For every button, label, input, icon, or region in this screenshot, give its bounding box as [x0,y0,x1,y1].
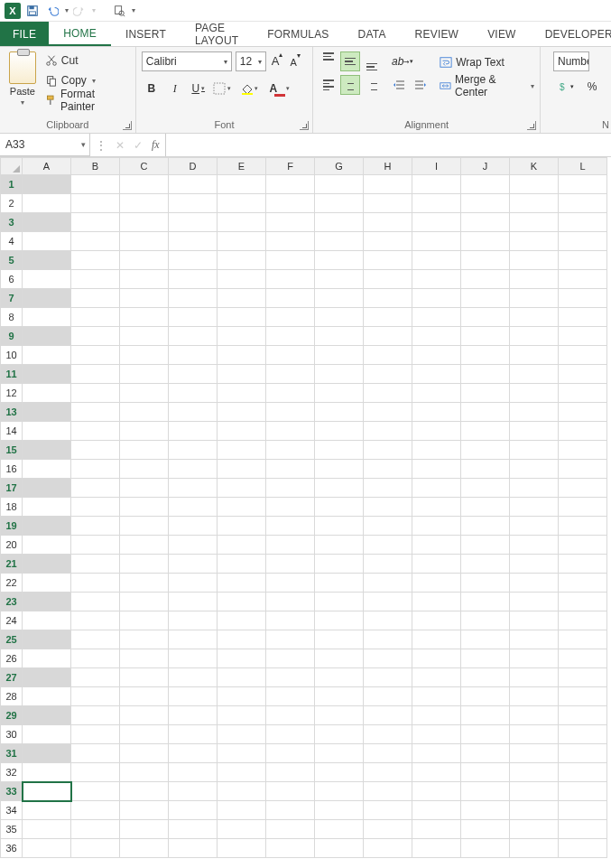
clipboard-dialog-launcher[interactable] [123,121,132,130]
cell-L18[interactable] [559,498,607,517]
cell-G34[interactable] [315,801,364,820]
cell-L10[interactable] [559,346,607,365]
cell-L7[interactable] [559,289,607,308]
cell-H10[interactable] [364,346,412,365]
cell-C15[interactable] [120,441,169,460]
cell-B28[interactable] [71,687,120,706]
cell-E7[interactable] [218,289,266,308]
cell-F30[interactable] [266,725,315,744]
cell-B5[interactable] [71,251,120,270]
row-header-18[interactable]: 18 [1,498,23,517]
cell-C33[interactable] [120,782,169,801]
cell-K30[interactable] [510,725,559,744]
cell-E12[interactable] [218,384,266,403]
cell-G25[interactable] [315,630,364,649]
cell-A12[interactable] [23,384,71,403]
tab-data[interactable]: DATA [344,22,401,46]
cell-B20[interactable] [71,536,120,555]
cell-C12[interactable] [120,384,169,403]
column-header-K[interactable]: K [510,158,559,175]
cell-A33[interactable] [23,782,71,801]
cell-A5[interactable] [23,251,71,270]
cell-J23[interactable] [461,593,510,611]
row-header-33[interactable]: 33 [1,782,23,801]
cell-D30[interactable] [169,725,218,744]
cell-L11[interactable] [559,365,607,384]
cell-A28[interactable] [23,687,71,706]
cell-B12[interactable] [71,384,120,403]
cell-L23[interactable] [559,593,607,611]
cell-H28[interactable] [364,687,412,706]
cell-L30[interactable] [559,725,607,744]
cell-L24[interactable] [559,611,607,630]
cell-F15[interactable] [266,441,315,460]
cell-H17[interactable] [364,479,412,498]
cell-L22[interactable] [559,574,607,593]
cell-I25[interactable] [412,630,461,649]
cell-L28[interactable] [559,687,607,706]
cell-H7[interactable] [364,289,412,308]
row-header-28[interactable]: 28 [1,687,23,706]
cell-G36[interactable] [315,839,364,858]
cell-G19[interactable] [315,517,364,536]
cell-E27[interactable] [218,668,266,687]
cell-A32[interactable] [23,763,71,782]
cell-I12[interactable] [412,384,461,403]
cell-D23[interactable] [169,593,218,611]
cell-K26[interactable] [510,649,559,668]
row-header-27[interactable]: 27 [1,668,23,687]
cell-E6[interactable] [218,270,266,289]
cell-C35[interactable] [120,820,169,839]
cell-G4[interactable] [315,232,364,251]
cell-J35[interactable] [461,820,510,839]
cell-F14[interactable] [266,422,315,441]
cell-L19[interactable] [559,517,607,536]
column-header-C[interactable]: C [120,158,169,175]
cell-K35[interactable] [510,820,559,839]
cell-I18[interactable] [412,498,461,517]
cell-B25[interactable] [71,630,120,649]
cell-C36[interactable] [120,839,169,858]
cell-K7[interactable] [510,289,559,308]
cell-D22[interactable] [169,574,218,593]
cell-K10[interactable] [510,346,559,365]
cell-J7[interactable] [461,289,510,308]
cell-I15[interactable] [412,441,461,460]
cell-J8[interactable] [461,308,510,327]
cell-J9[interactable] [461,327,510,346]
cell-I21[interactable] [412,555,461,574]
cell-C11[interactable] [120,365,169,384]
redo-button[interactable] [70,2,88,20]
accounting-format-button[interactable]: $▾ [553,77,579,97]
cell-L2[interactable] [559,194,607,213]
cell-H15[interactable] [364,441,412,460]
cell-G33[interactable] [315,782,364,801]
cell-D19[interactable] [169,517,218,536]
font-size-combo[interactable]: 12 ▾ [236,51,266,71]
cell-L4[interactable] [559,232,607,251]
cell-F33[interactable] [266,782,315,801]
cell-J19[interactable] [461,517,510,536]
cell-H22[interactable] [364,574,412,593]
row-header-10[interactable]: 10 [1,346,23,365]
column-header-G[interactable]: G [315,158,364,175]
cell-H6[interactable] [364,270,412,289]
cell-B24[interactable] [71,611,120,630]
cell-I1[interactable] [412,175,461,194]
cell-A7[interactable] [23,289,71,308]
cell-K6[interactable] [510,270,559,289]
cell-B27[interactable] [71,668,120,687]
column-header-I[interactable]: I [412,158,461,175]
cell-K4[interactable] [510,232,559,251]
cell-A1[interactable] [23,175,71,194]
cell-I19[interactable] [412,517,461,536]
cell-C17[interactable] [120,479,169,498]
cell-E30[interactable] [218,725,266,744]
cell-E15[interactable] [218,441,266,460]
row-header-19[interactable]: 19 [1,517,23,536]
cell-F28[interactable] [266,687,315,706]
cell-B23[interactable] [71,593,120,611]
cell-J30[interactable] [461,725,510,744]
cell-L29[interactable] [559,706,607,725]
cell-I35[interactable] [412,820,461,839]
